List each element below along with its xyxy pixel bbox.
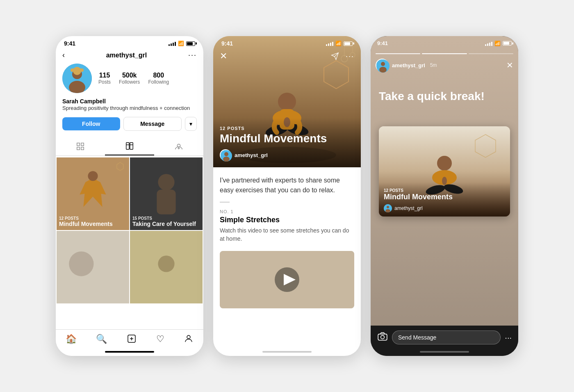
avatar [62,64,92,93]
avatar-image [62,64,92,93]
svg-rect-10 [130,143,133,150]
story-avatar [376,59,389,72]
send-message-input[interactable]: Send Message [392,330,501,344]
grid-item-3[interactable] [57,231,129,303]
profile-bio: Sarah Campbell Spreading positivity thro… [56,98,203,117]
video-thumbnail [220,251,354,308]
tab-tagged[interactable] [154,137,203,155]
story-prog-2 [422,53,467,54]
svg-rect-9 [126,143,129,150]
guide-close-button[interactable]: ✕ [220,51,227,62]
grid-item-2[interactable]: 15 POSTS Taking Care of Yourself [130,157,203,230]
back-button[interactable]: ‹ [62,51,65,59]
svg-point-45 [224,152,228,156]
guide-description: I've partnered with experts to share som… [220,175,354,195]
stat-posts: 115 Posts [98,72,111,85]
svg-point-24 [69,251,93,276]
story-battery-icon [503,41,512,46]
phone2-status-bar: 9:41 📶 [213,36,361,49]
svg-point-18 [88,171,98,181]
svg-rect-8 [81,147,84,150]
follow-button[interactable]: Follow [62,117,120,130]
svg-point-21 [158,174,174,190]
svg-rect-6 [81,143,84,146]
story-username: amethyst_grl [392,62,425,68]
nav-profile-icon[interactable] [184,334,194,346]
bio-text: Spreading positivity through mindfulness… [62,105,197,112]
story-close-button[interactable]: ✕ [506,60,513,70]
svg-point-26 [158,256,174,272]
profile-header: ‹ amethyst_grl ··· [56,49,203,64]
guide-section-desc: Watch this video to see some stretches y… [220,227,354,243]
more-icon[interactable]: ··· [346,52,354,61]
grid-item-4-image [130,231,203,303]
story-progress-bars [376,53,513,54]
svg-point-52 [381,62,385,66]
svg-rect-4 [71,68,84,72]
camera-button[interactable] [377,331,388,344]
status-time-1: 9:41 [64,40,75,47]
story-prog-1 [376,53,420,54]
send-icon[interactable] [331,52,339,60]
guide-video-preview[interactable] [220,251,354,308]
story-signal-icon [485,41,492,46]
guide-title: Mindful Movements [220,132,354,145]
more-menu-button[interactable]: ··· [188,51,197,59]
guide-controls: ✕ ··· [213,51,361,62]
tab-grid[interactable] [56,137,105,155]
battery-icon-2 [344,41,353,46]
hexagon-decor-1 [115,162,125,171]
guide-body: I've partnered with experts to share som… [213,167,361,251]
status-icons-1: 📶 [169,41,195,46]
story-status-icons: 📶 [485,41,512,46]
nav-heart-icon[interactable]: ♡ [156,334,164,346]
phone-profile: 9:41 📶 ‹ amethyst_grl ··· [56,36,203,356]
nav-search-icon[interactable]: 🔍 [96,334,107,346]
guide-hero: ✕ ··· 12 POSTS Mindful Movements [213,36,361,167]
story-card-image: 12 POSTS Mindful Movements amethyst_grl [379,126,510,217]
story-card-overlay: 12 POSTS Mindful Movements amethyst_grl [379,182,510,217]
signal-icon-2 [326,41,333,46]
stat-following: 800 Following [148,72,169,85]
story-card-user: amethyst_grl [384,204,505,212]
grid-icon [76,142,85,151]
status-bar-2: 9:41 📶 [213,36,361,49]
svg-marker-19 [117,162,123,171]
svg-rect-22 [157,190,175,214]
grid-item-4[interactable] [130,231,203,303]
message-button[interactable]: Message [123,117,182,131]
battery-icon-1 [186,41,195,46]
story-user-info: amethyst_grl 5m [376,59,437,72]
story-status-time: 9:41 [377,40,388,46]
nav-add-icon[interactable] [127,334,137,346]
bio-name: Sarah Campbell [62,98,197,105]
svg-point-62 [387,206,389,208]
nav-home-icon[interactable]: 🏠 [66,334,77,346]
following-count: 800 [148,72,169,79]
action-buttons: Follow Message ▾ [56,117,203,137]
posts-label: Posts [98,79,111,85]
status-bar-1: 9:41 📶 [56,36,203,49]
grid-title-1: Mindful Movements [59,221,113,228]
story-avatar-image [376,59,390,73]
phone-story: 9:41 📶 [371,36,518,356]
story-time-ago: 5m [430,62,437,68]
svg-point-53 [379,67,387,73]
story-card-username: amethyst_grl [394,205,423,211]
guide-action-icons: ··· [331,52,354,61]
profile-tabs [56,137,203,156]
profile-grid: 12 POSTS Mindful Movements 15 POSTS Taki… [56,157,203,304]
tagged-icon [174,142,183,151]
grid-label-2: 15 POSTS Taking Care of Yourself [132,216,196,228]
dropdown-button[interactable]: ▾ [185,117,197,131]
guide-avatar-image [221,150,232,162]
tab-guide[interactable] [105,137,154,155]
story-card-posts: 12 POSTS [384,188,505,193]
grid-item-1[interactable]: 12 POSTS Mindful Movements [57,157,129,230]
guide-username: amethyst_grl [235,152,268,158]
story-more-button[interactable]: ··· [505,333,512,342]
story-card[interactable]: 12 POSTS Mindful Movements amethyst_grl [379,126,510,217]
svg-point-30 [187,335,190,339]
stats-row: 115 Posts 500k Followers 800 Following [98,72,169,85]
grid-posts-2: 15 POSTS [132,216,196,221]
